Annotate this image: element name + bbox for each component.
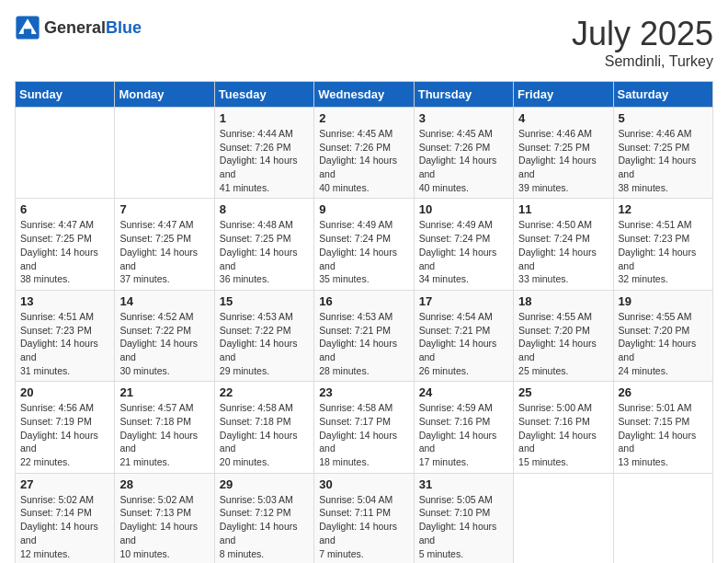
day-number: 9: [319, 202, 408, 216]
day-number: 13: [20, 294, 109, 308]
day-number: 5: [619, 111, 708, 125]
day-info: Sunrise: 4:47 AMSunset: 7:25 PMDaylight:…: [119, 218, 209, 285]
day-info: Sunrise: 5:02 AMSunset: 7:13 PMDaylight:…: [119, 493, 209, 560]
week-row-4: 20Sunrise: 4:56 AMSunset: 7:19 PMDayligh…: [16, 382, 713, 473]
calendar-cell: 6Sunrise: 4:47 AMSunset: 7:25 PMDaylight…: [16, 199, 115, 290]
day-number: 14: [119, 294, 209, 308]
week-row-3: 13Sunrise: 4:51 AMSunset: 7:23 PMDayligh…: [16, 290, 713, 381]
calendar-cell: 7Sunrise: 4:47 AMSunset: 7:25 PMDaylight…: [115, 199, 214, 290]
day-info: Sunrise: 4:45 AMSunset: 7:26 PMDaylight:…: [419, 127, 508, 194]
day-number: 26: [619, 385, 708, 399]
day-info: Sunrise: 4:53 AMSunset: 7:22 PMDaylight:…: [220, 310, 309, 377]
day-header-saturday: Saturday: [613, 82, 712, 108]
calendar-cell: 18Sunrise: 4:55 AMSunset: 7:20 PMDayligh…: [514, 290, 613, 381]
day-info: Sunrise: 4:52 AMSunset: 7:22 PMDaylight:…: [119, 310, 209, 377]
day-number: 27: [20, 477, 109, 491]
calendar-cell: 26Sunrise: 5:01 AMSunset: 7:15 PMDayligh…: [613, 382, 712, 473]
day-number: 15: [220, 294, 309, 308]
logo-general: General: [44, 18, 106, 37]
day-info: Sunrise: 4:55 AMSunset: 7:20 PMDaylight:…: [518, 310, 608, 377]
page-header: GeneralBlue July 2025 Semdinli, Turkey: [15, 15, 713, 70]
day-info: Sunrise: 4:44 AMSunset: 7:26 PMDaylight:…: [220, 127, 309, 194]
day-info: Sunrise: 4:47 AMSunset: 7:25 PMDaylight:…: [20, 218, 109, 285]
day-header-thursday: Thursday: [414, 82, 513, 108]
day-number: 18: [518, 294, 608, 308]
calendar-cell: [613, 473, 712, 563]
calendar-cell: 17Sunrise: 4:54 AMSunset: 7:21 PMDayligh…: [414, 290, 513, 381]
day-number: 11: [518, 202, 608, 216]
week-row-2: 6Sunrise: 4:47 AMSunset: 7:25 PMDaylight…: [16, 199, 713, 290]
day-number: 30: [319, 477, 408, 491]
logo: GeneralBlue: [15, 15, 142, 40]
day-info: Sunrise: 4:51 AMSunset: 7:23 PMDaylight:…: [20, 310, 109, 377]
week-row-5: 27Sunrise: 5:02 AMSunset: 7:14 PMDayligh…: [16, 473, 713, 563]
calendar-cell: 12Sunrise: 4:51 AMSunset: 7:23 PMDayligh…: [613, 199, 712, 290]
calendar-cell: 28Sunrise: 5:02 AMSunset: 7:13 PMDayligh…: [115, 473, 214, 563]
day-info: Sunrise: 4:48 AMSunset: 7:25 PMDaylight:…: [220, 218, 309, 285]
day-header-sunday: Sunday: [16, 82, 115, 108]
day-info: Sunrise: 5:01 AMSunset: 7:15 PMDaylight:…: [619, 401, 708, 468]
calendar-cell: 3Sunrise: 4:45 AMSunset: 7:26 PMDaylight…: [414, 108, 513, 199]
logo-wordmark: GeneralBlue: [44, 18, 142, 38]
calendar-header-row: SundayMondayTuesdayWednesdayThursdayFrid…: [16, 82, 713, 108]
day-number: 19: [619, 294, 708, 308]
month-title: July 2025: [572, 15, 713, 53]
day-info: Sunrise: 4:45 AMSunset: 7:26 PMDaylight:…: [319, 127, 408, 194]
day-info: Sunrise: 4:51 AMSunset: 7:23 PMDaylight:…: [619, 218, 708, 285]
week-row-1: 1Sunrise: 4:44 AMSunset: 7:26 PMDaylight…: [16, 108, 713, 199]
calendar-cell: 13Sunrise: 4:51 AMSunset: 7:23 PMDayligh…: [16, 290, 115, 381]
day-number: 22: [220, 385, 309, 399]
day-number: 4: [518, 111, 608, 125]
calendar-cell: 22Sunrise: 4:58 AMSunset: 7:18 PMDayligh…: [214, 382, 313, 473]
calendar-cell: 1Sunrise: 4:44 AMSunset: 7:26 PMDaylight…: [214, 108, 313, 199]
title-section: July 2025 Semdinli, Turkey: [572, 15, 713, 70]
day-info: Sunrise: 4:50 AMSunset: 7:24 PMDaylight:…: [518, 218, 608, 285]
calendar-cell: 31Sunrise: 5:05 AMSunset: 7:10 PMDayligh…: [414, 473, 513, 563]
day-number: 25: [518, 385, 608, 399]
calendar-cell: [115, 108, 214, 199]
day-info: Sunrise: 4:54 AMSunset: 7:21 PMDaylight:…: [419, 310, 508, 377]
day-header-wednesday: Wednesday: [314, 82, 414, 108]
day-number: 10: [419, 202, 508, 216]
day-info: Sunrise: 5:03 AMSunset: 7:12 PMDaylight:…: [220, 493, 309, 560]
day-number: 1: [220, 111, 309, 125]
calendar-cell: 5Sunrise: 4:46 AMSunset: 7:25 PMDaylight…: [613, 108, 712, 199]
day-number: 12: [619, 202, 708, 216]
logo-icon: [15, 15, 40, 40]
day-info: Sunrise: 4:55 AMSunset: 7:20 PMDaylight:…: [619, 310, 708, 377]
calendar-cell: 20Sunrise: 4:56 AMSunset: 7:19 PMDayligh…: [16, 382, 115, 473]
calendar-cell: 25Sunrise: 5:00 AMSunset: 7:16 PMDayligh…: [514, 382, 613, 473]
calendar-cell: 27Sunrise: 5:02 AMSunset: 7:14 PMDayligh…: [16, 473, 115, 563]
day-number: 3: [419, 111, 508, 125]
day-info: Sunrise: 5:04 AMSunset: 7:11 PMDaylight:…: [319, 493, 408, 560]
day-number: 24: [419, 385, 508, 399]
day-number: 20: [20, 385, 109, 399]
day-number: 31: [419, 477, 508, 491]
day-info: Sunrise: 4:56 AMSunset: 7:19 PMDaylight:…: [20, 401, 109, 468]
calendar-cell: 15Sunrise: 4:53 AMSunset: 7:22 PMDayligh…: [214, 290, 313, 381]
day-number: 6: [20, 202, 109, 216]
calendar-cell: 9Sunrise: 4:49 AMSunset: 7:24 PMDaylight…: [314, 199, 414, 290]
day-number: 2: [319, 111, 408, 125]
location-title: Semdinli, Turkey: [572, 53, 713, 70]
day-header-tuesday: Tuesday: [214, 82, 313, 108]
day-info: Sunrise: 4:58 AMSunset: 7:18 PMDaylight:…: [220, 401, 309, 468]
calendar-table: SundayMondayTuesdayWednesdayThursdayFrid…: [15, 81, 713, 563]
day-info: Sunrise: 4:57 AMSunset: 7:18 PMDaylight:…: [119, 401, 209, 468]
day-header-friday: Friday: [514, 82, 613, 108]
calendar-cell: 2Sunrise: 4:45 AMSunset: 7:26 PMDaylight…: [314, 108, 414, 199]
calendar-cell: 29Sunrise: 5:03 AMSunset: 7:12 PMDayligh…: [214, 473, 313, 563]
day-info: Sunrise: 4:49 AMSunset: 7:24 PMDaylight:…: [319, 218, 408, 285]
day-number: 21: [119, 385, 209, 399]
logo-blue: Blue: [106, 18, 142, 37]
calendar-cell: 19Sunrise: 4:55 AMSunset: 7:20 PMDayligh…: [613, 290, 712, 381]
calendar-cell: 4Sunrise: 4:46 AMSunset: 7:25 PMDaylight…: [514, 108, 613, 199]
calendar-cell: 14Sunrise: 4:52 AMSunset: 7:22 PMDayligh…: [115, 290, 214, 381]
day-info: Sunrise: 4:49 AMSunset: 7:24 PMDaylight:…: [419, 218, 508, 285]
day-number: 23: [319, 385, 408, 399]
day-number: 29: [220, 477, 309, 491]
calendar-cell: [514, 473, 613, 563]
day-info: Sunrise: 4:53 AMSunset: 7:21 PMDaylight:…: [319, 310, 408, 377]
day-number: 7: [119, 202, 209, 216]
calendar-cell: 23Sunrise: 4:58 AMSunset: 7:17 PMDayligh…: [314, 382, 414, 473]
